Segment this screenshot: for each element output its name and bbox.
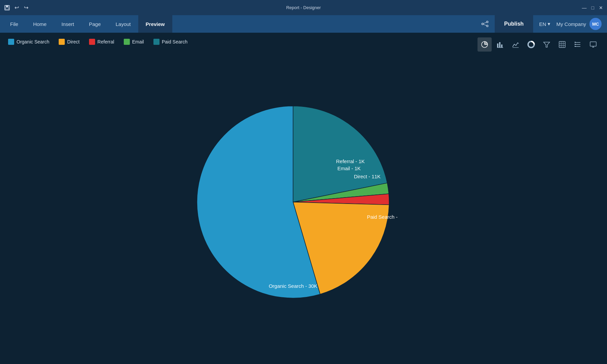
list-button[interactable] (571, 37, 585, 52)
save-icon[interactable] (4, 5, 10, 11)
chart-legend: Organic Search Direct Referral Email Pai… (8, 39, 187, 45)
menu-insert[interactable]: Insert (54, 15, 82, 33)
svg-rect-29 (590, 42, 596, 46)
svg-rect-28 (575, 46, 576, 47)
svg-point-4 (482, 23, 484, 25)
legend-item-paid[interactable]: Paid Search (153, 39, 187, 45)
svg-rect-18 (559, 41, 565, 48)
line-chart-button[interactable] (509, 37, 523, 52)
language-selector[interactable]: EN ▾ (537, 21, 553, 27)
menu-home[interactable]: Home (26, 15, 54, 33)
svg-marker-17 (544, 42, 550, 47)
menu-preview[interactable]: Preview (138, 15, 172, 33)
filter-button[interactable] (540, 37, 554, 52)
menu-file[interactable]: File (3, 15, 26, 33)
share-button[interactable] (479, 18, 491, 30)
close-button[interactable]: ✕ (599, 5, 603, 10)
legend-item-email[interactable]: Email (124, 39, 144, 45)
table-button[interactable] (555, 37, 569, 52)
legend-label-email: Email (132, 39, 144, 44)
title-bar-left: ↩ ↪ (4, 5, 29, 11)
pie-chart-button[interactable] (478, 37, 492, 52)
svg-rect-26 (575, 42, 576, 43)
menu-bar: File Home Insert Page Layout Preview Pub… (0, 15, 607, 33)
publish-button[interactable]: Publish (495, 15, 533, 33)
chart-container: Organic Search Direct Referral Email Pai… (0, 33, 607, 364)
menu-page[interactable]: Page (82, 15, 108, 33)
legend-color-referral (89, 39, 95, 45)
svg-rect-2 (5, 8, 9, 9)
title-bar: ↩ ↪ Report - Designer — □ ✕ (0, 0, 607, 15)
svg-text:Referral - 1K: Referral - 1K (336, 158, 365, 164)
menu-layout[interactable]: Layout (108, 15, 138, 33)
legend-item-organic[interactable]: Organic Search (8, 39, 49, 45)
window-title: Report - Designer (286, 5, 321, 10)
legend-color-email (124, 39, 130, 45)
svg-point-3 (487, 21, 488, 23)
svg-line-7 (483, 24, 487, 26)
company-name[interactable]: My Company (556, 21, 586, 27)
chart-toolbar (478, 37, 600, 52)
svg-rect-12 (499, 42, 500, 48)
legend-color-organic (8, 39, 14, 45)
redo-icon[interactable]: ↪ (23, 5, 29, 11)
svg-rect-27 (575, 44, 576, 45)
svg-rect-13 (501, 44, 502, 48)
donut-chart-button[interactable] (524, 37, 538, 52)
legend-label-organic: Organic Search (17, 39, 49, 44)
legend-item-direct[interactable]: Direct (59, 39, 80, 45)
svg-rect-11 (497, 43, 498, 48)
title-bar-right: — □ ✕ (582, 5, 603, 10)
legend-label-paid: Paid Search (162, 39, 187, 44)
menu-right: Publish EN ▾ My Company MC (479, 15, 604, 33)
svg-text:Direct - 11K: Direct - 11K (354, 174, 380, 179)
svg-text:Organic Search - 30K: Organic Search - 30K (269, 283, 317, 289)
user-avatar[interactable]: MC (589, 18, 602, 30)
monitor-button[interactable] (586, 37, 600, 52)
svg-point-5 (487, 25, 488, 27)
legend-color-paid (153, 39, 160, 45)
legend-label-direct: Direct (67, 39, 80, 44)
svg-line-6 (483, 22, 487, 24)
bar-chart-button[interactable] (493, 37, 507, 52)
svg-text:Paid Search - 12K: Paid Search - 12K (367, 214, 398, 220)
legend-color-direct (59, 39, 65, 45)
restore-button[interactable]: □ (591, 5, 594, 10)
svg-text:Email - 1K: Email - 1K (337, 165, 360, 171)
legend-label-referral: Referral (97, 39, 114, 44)
undo-icon[interactable]: ↩ (13, 5, 20, 11)
minimize-button[interactable]: — (582, 5, 587, 10)
legend-item-referral[interactable]: Referral (89, 39, 114, 45)
svg-rect-1 (6, 5, 8, 7)
pie-chart[interactable]: Organic Search - 30KPaid Search - 12KDir… (189, 97, 398, 308)
